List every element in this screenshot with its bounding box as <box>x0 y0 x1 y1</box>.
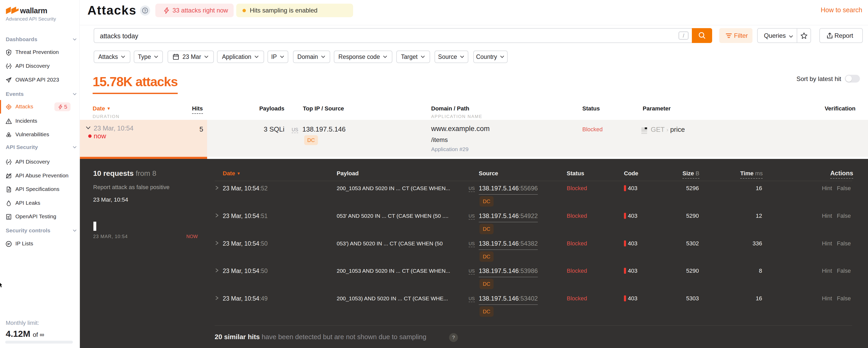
svg-text:?: ? <box>144 8 146 13</box>
svg-text:IP: IP <box>7 242 10 245</box>
